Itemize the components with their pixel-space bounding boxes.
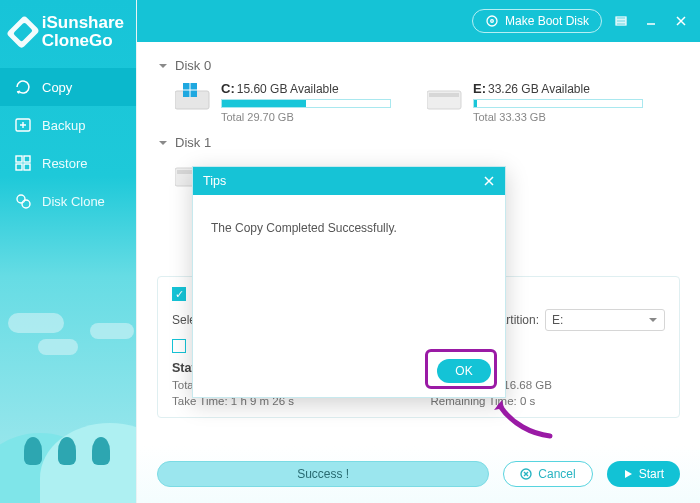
dialog-titlebar: Tips (193, 167, 505, 195)
svg-point-8 (491, 20, 494, 23)
ok-button[interactable]: OK (437, 359, 491, 383)
sidebar-scenery (0, 303, 136, 503)
partition-e-label: E:33.26 GB Available (473, 81, 643, 96)
cancel-icon (520, 468, 532, 480)
svg-rect-17 (429, 93, 459, 97)
start-label: Start (639, 467, 664, 481)
sidebar-item-label: Disk Clone (42, 194, 105, 209)
close-icon[interactable] (670, 10, 692, 32)
dialog-title: Tips (203, 174, 226, 188)
sidebar-item-copy[interactable]: Copy (0, 68, 136, 106)
sidebar-item-disk-clone[interactable]: Disk Clone (0, 182, 136, 220)
sidebar: iSunshare CloneGo Copy Backup Restore Di… (0, 0, 136, 503)
sidebar-item-restore[interactable]: Restore (0, 144, 136, 182)
dialog-close-icon[interactable] (483, 175, 495, 187)
svg-rect-3 (16, 164, 22, 170)
svg-rect-11 (616, 23, 626, 25)
svg-rect-9 (616, 17, 626, 19)
partition-e[interactable]: E:33.26 GB Available Total 33.33 GB (427, 81, 643, 123)
backup-icon (14, 116, 32, 134)
windows-drive-icon (175, 83, 211, 111)
svg-point-5 (17, 195, 25, 203)
partition-e-usage (473, 99, 643, 108)
partition-e-total: Total 33.33 GB (473, 111, 643, 123)
progress-bar: Success ! (157, 461, 489, 487)
chevron-down-icon (157, 60, 169, 72)
settings-icon[interactable] (610, 10, 632, 32)
titlebar: Make Boot Disk (137, 0, 700, 42)
tips-dialog: Tips The Copy Completed Successfully. OK (192, 166, 506, 398)
sidebar-item-label: Copy (42, 80, 72, 95)
disk-clone-icon (14, 192, 32, 210)
partition-select[interactable]: E: (545, 309, 665, 331)
drive-icon (427, 83, 463, 111)
copy-icon (14, 78, 32, 96)
checkbox-set[interactable]: ✓ (172, 287, 186, 301)
minimize-icon[interactable] (640, 10, 662, 32)
progress-label: Success ! (297, 467, 349, 481)
cancel-button[interactable]: Cancel (503, 461, 592, 487)
sidebar-item-label: Backup (42, 118, 85, 133)
disk1-name: Disk 1 (175, 135, 211, 150)
partition-c-total: Total 29.70 GB (221, 111, 391, 123)
svg-point-6 (22, 200, 30, 208)
partition-c[interactable]: C:15.60 GB Available Total 29.70 GB (175, 81, 391, 123)
dialog-message: The Copy Completed Successfully. (193, 195, 505, 235)
start-button[interactable]: Start (607, 461, 680, 487)
restore-icon (14, 154, 32, 172)
svg-point-7 (487, 16, 497, 26)
make-boot-label: Make Boot Disk (505, 14, 589, 28)
app-logo: iSunshare CloneGo (0, 0, 136, 68)
make-boot-disk-button[interactable]: Make Boot Disk (472, 9, 602, 33)
svg-rect-4 (24, 164, 30, 170)
sidebar-item-backup[interactable]: Backup (0, 106, 136, 144)
cancel-label: Cancel (538, 467, 575, 481)
partition-value: E: (552, 313, 563, 327)
checkbox-after[interactable] (172, 339, 186, 353)
svg-rect-10 (616, 20, 626, 22)
logo-icon (6, 15, 40, 49)
app-name-2: CloneGo (42, 32, 124, 50)
app-name-1: iSunshare (42, 14, 124, 32)
disk0-header[interactable]: Disk 0 (157, 58, 680, 73)
svg-rect-15 (183, 90, 197, 91)
footer: Success ! Cancel Start (137, 445, 700, 503)
disk0-name: Disk 0 (175, 58, 211, 73)
play-icon (623, 469, 633, 479)
partition-c-usage (221, 99, 391, 108)
chevron-down-icon (157, 137, 169, 149)
disk0-partitions: C:15.60 GB Available Total 29.70 GB E:33… (175, 81, 680, 123)
ok-label: OK (455, 364, 472, 378)
partition-c-label: C:15.60 GB Available (221, 81, 391, 96)
disk-icon (485, 14, 499, 28)
svg-rect-1 (16, 156, 22, 162)
sidebar-item-label: Restore (42, 156, 88, 171)
chevron-down-icon (648, 315, 658, 325)
svg-rect-2 (24, 156, 30, 162)
disk1-header[interactable]: Disk 1 (157, 135, 680, 150)
